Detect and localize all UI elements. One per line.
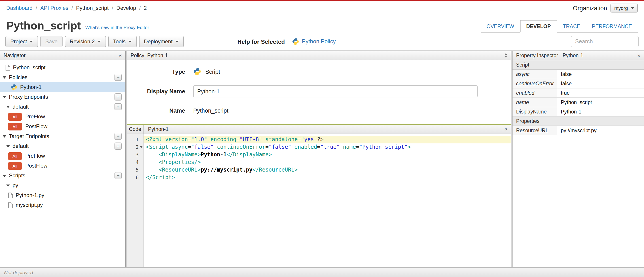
button-label: Save [46,38,58,45]
navigator-tree: Python_scriptPolicies+Python-1Proxy Endp… [0,60,125,267]
code-editor-content[interactable]: <?xml version="1.0" encoding="UTF-8" sta… [144,134,511,267]
code-token: <DisplayName> [159,151,201,158]
tab-overview[interactable]: OVERVIEW [481,20,520,32]
disclosure-triangle-icon[interactable] [6,145,10,147]
tree-item-scripts[interactable]: Scripts+ [0,171,125,181]
code-fold-icon[interactable] [140,146,143,148]
disclosure-triangle-icon[interactable] [6,184,10,187]
code-line[interactable]: <Properties/> [144,159,511,166]
code-token: standalone [266,136,298,143]
tools-button[interactable]: Tools [108,36,137,47]
inspector-row-displayname: DisplayNamePython-1 [512,107,644,117]
display-name-input[interactable] [193,85,478,97]
disclosure-triangle-icon[interactable] [3,174,6,177]
policy-help-link[interactable]: Python Policy [292,38,336,45]
chevron-down-icon [630,7,634,9]
collapse-right-icon[interactable]: » [638,53,640,58]
tree-item-myscript-py[interactable]: myscript.py [0,200,125,210]
code-line[interactable]: <ResourceURL>py://myscript.py</ResourceU… [144,166,511,174]
code-collapse-icon[interactable]: » [505,125,511,134]
tab-trace[interactable]: TRACE [557,20,586,32]
policy-panel-title: Policy: Python-1 [130,53,168,58]
inspector-property-value: true [557,88,644,97]
code-token [340,144,343,150]
tree-item-preflow[interactable]: AllPreFlow [0,151,125,161]
code-line[interactable]: <?xml version="1.0" encoding="UTF-8" sta… [144,136,511,143]
page-title: Python_script [6,20,81,33]
save-button[interactable]: Save [40,36,62,47]
organization-select[interactable]: myorg [611,3,638,12]
tree-item-py[interactable]: py [0,181,125,190]
add-button[interactable]: + [114,172,122,179]
add-button[interactable]: + [114,103,122,110]
tree-item-default[interactable]: default+ [0,102,125,112]
property-inspector-header: Property Inspector Python-1 » [512,51,644,60]
tree-item-label: myscript.py [16,202,43,208]
tab-performance[interactable]: PERFORMANCE [586,20,638,32]
tree-item-python-1-py[interactable]: Python-1.py [0,190,125,200]
add-button[interactable]: + [114,133,122,140]
disclosure-triangle-icon[interactable] [3,135,6,137]
code-line[interactable]: <Script async="false" continueOnError="f… [144,143,511,151]
name-label: Name [127,107,193,114]
proxy-editor-app: Dashboard/API Proxies/Python_script/Deve… [0,0,644,277]
help-for-selected-label: Help for Selected [238,38,285,45]
tab-develop[interactable]: DEVELOP [520,20,557,33]
tree-item-postflow[interactable]: AllPostFlow [0,161,125,171]
tree-item-preflow[interactable]: AllPreFlow [0,112,125,122]
button-label: Tools [113,38,126,45]
code-token: ?> [317,136,324,143]
code-token: "Python_script" [359,144,408,150]
breadcrumb-item-dashboard[interactable]: Dashboard [6,5,32,11]
button-label: Project [10,38,27,45]
collapse-left-icon[interactable]: « [119,53,122,58]
inspector-property-name: ResourceURL [512,126,557,135]
code-token: <?xml [146,136,162,143]
tree-item-label: PostFlow [25,123,48,130]
tree-item-target-endpoints[interactable]: Target Endpoints+ [0,131,125,141]
resize-panel-icon[interactable] [504,53,507,58]
navigator-title: Navigator [4,53,26,58]
code-token: enabled [294,144,317,150]
project-button[interactable]: Project [5,36,38,47]
pane-splitter[interactable] [125,51,127,267]
code-tab-label: Code [127,125,144,134]
line-number: 4 [127,159,143,166]
disclosure-triangle-icon[interactable] [6,106,10,108]
disclosure-triangle-icon[interactable] [3,76,6,78]
display-name-row: Display Name [127,85,511,97]
pane-splitter[interactable] [511,51,512,267]
code-token: <Properties/> [159,159,201,165]
tree-item-python-1[interactable]: Python-1 [0,82,125,92]
disclosure-triangle-icon[interactable] [3,96,6,98]
breadcrumb-item-api-proxies[interactable]: API Proxies [40,5,68,11]
tree-item-proxy-endpoints[interactable]: Proxy Endpoints+ [0,92,125,102]
tree-item-postflow[interactable]: AllPostFlow [0,122,125,131]
deployment-button[interactable]: Deployment [139,36,184,47]
policy-help-link-label: Python Policy [302,38,336,45]
chevron-down-icon [98,41,101,42]
policy-pane: Policy: Python-1 Type Script Display Nam… [127,51,511,267]
flow-all-badge: All [8,152,22,160]
whats-new-link[interactable]: What's new in the Proxy Editor [85,24,149,33]
add-button[interactable]: + [114,143,122,150]
code-line[interactable]: <DisplayName>Python-1</DisplayName> [144,151,511,159]
inspector-row-enabled: enabledtrue [512,88,644,98]
inspector-section-properties: Properties [512,117,644,126]
code-token [146,167,159,173]
code-token: name [343,144,356,150]
tree-item-python-script[interactable]: Python_script [0,62,125,72]
revision-button[interactable]: Revision 2 [64,36,106,47]
tree-item-policies[interactable]: Policies+ [0,72,125,82]
code-token: "false" [268,144,291,150]
search-input[interactable] [571,36,639,47]
tree-item-label: Python-1.py [16,192,44,198]
tree-item-default[interactable]: default+ [0,141,125,151]
main-panes: Navigator « Python_scriptPolicies+Python… [0,50,644,267]
code-editor: 123456 <?xml version="1.0" encoding="UTF… [127,134,511,267]
code-line[interactable]: </Script> [144,174,511,181]
add-button[interactable]: + [114,93,122,100]
flow-all-badge: All [8,162,22,170]
add-button[interactable]: + [114,74,122,81]
inspector-section-script: Script [512,60,644,70]
